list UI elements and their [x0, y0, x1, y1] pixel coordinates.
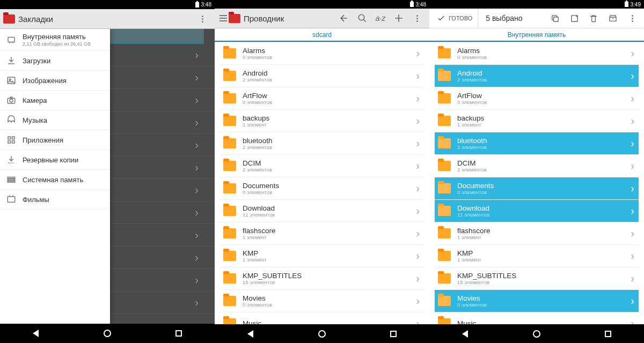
folder-name: backups [457, 114, 631, 123]
selection-toolbar: ГОТОВО 5 выбрано [429, 9, 644, 28]
music-icon [5, 114, 17, 126]
toolbar-bookmarks: Закладки [0, 9, 215, 29]
folder-row[interactable]: Music › [435, 312, 639, 324]
overflow-menu-icon[interactable] [623, 9, 642, 28]
folder-row[interactable]: KMP_SUBTITLES15 элементов › [435, 267, 639, 290]
folder-icon [223, 228, 236, 238]
folder-row[interactable]: Documents0 элементов › [435, 177, 639, 200]
storage-icon [5, 34, 17, 46]
chevron-right-icon: › [416, 317, 424, 324]
camera-icon [5, 94, 17, 106]
svg-point-4 [10, 99, 13, 102]
statusbar: 3:48 [215, 0, 429, 9]
folder-icon [223, 116, 236, 126]
app-folder-icon[interactable] [229, 14, 240, 23]
folder-row[interactable]: ArtFlow0 элементов › [435, 87, 639, 110]
sidebar-item-movies[interactable]: Фильмы [0, 190, 110, 210]
svg-rect-6 [12, 137, 15, 139]
breadcrumb-tab[interactable]: Внутренняя память [429, 28, 644, 42]
sort-icon[interactable]: a·z [371, 9, 390, 28]
folder-row[interactable]: KMP_SUBTITLES15 элементов › [220, 267, 424, 290]
add-icon[interactable] [390, 9, 408, 28]
nav-recent-icon[interactable] [602, 328, 614, 340]
app-folder-icon[interactable] [3, 14, 15, 24]
overflow-menu-icon[interactable] [193, 9, 211, 29]
folder-row[interactable]: Alarms0 элементов › [435, 42, 639, 65]
nav-recent-icon[interactable] [173, 327, 185, 339]
folder-row[interactable]: Android2 элементов › [220, 65, 424, 87]
folder-row[interactable]: DCIM2 элементов › [220, 155, 424, 177]
nav-home-icon[interactable] [101, 327, 113, 339]
folder-row[interactable]: Android2 элементов › [435, 65, 639, 87]
folder-row[interactable]: KMP1 элемент › [220, 245, 424, 267]
folder-sub: 0 элементов [243, 100, 416, 106]
breadcrumb-tab[interactable]: sdcard [215, 28, 429, 42]
folder-row[interactable]: Movies0 элементов › [435, 290, 639, 312]
sidebar-item-backup[interactable]: Резервные копии [0, 150, 110, 170]
image-icon [5, 74, 17, 86]
chevron-right-icon: › [631, 92, 639, 105]
nav-back-icon[interactable] [30, 327, 42, 339]
folder-row[interactable]: Movies0 элементов › [220, 290, 424, 312]
svg-point-13 [358, 15, 364, 21]
folder-row[interactable]: flashscore1 элемент › [435, 222, 639, 245]
archive-icon[interactable] [603, 9, 623, 28]
nav-back-icon[interactable] [245, 328, 257, 340]
status-time: 3:49 [631, 2, 641, 8]
folder-row[interactable]: bluetooth2 элементов › [220, 132, 424, 155]
sidebar-item-storage[interactable]: Внутренняя память2,11 GB свободно из 26,… [0, 29, 110, 51]
copy-icon[interactable] [545, 9, 565, 28]
folder-icon [223, 161, 236, 171]
folder-row[interactable]: DCIM2 элементов › [435, 155, 639, 177]
overflow-menu-icon[interactable] [408, 9, 426, 28]
chevron-right-icon: › [416, 137, 424, 150]
statusbar: 3:48 [0, 0, 215, 9]
sidebar-item-camera[interactable]: Камера [0, 91, 110, 110]
folder-sub: 1 элемент [243, 257, 416, 263]
folder-name: Download [457, 204, 631, 213]
sidebar-item-apps[interactable]: Приложения [0, 130, 110, 150]
svg-rect-14 [553, 17, 558, 22]
folder-row[interactable]: Download11 элементов › [220, 200, 424, 222]
folder-row[interactable]: Documents0 элементов › [220, 177, 424, 200]
folder-row[interactable]: ArtFlow0 элементов › [220, 87, 424, 110]
folder-row[interactable]: backups1 элемент › [435, 110, 639, 132]
done-button[interactable]: ГОТОВО [431, 9, 478, 28]
back-icon[interactable] [335, 9, 353, 28]
svg-point-2 [9, 79, 11, 80]
chevron-right-icon: › [416, 92, 424, 105]
folder-name: Download [243, 204, 416, 213]
search-icon[interactable] [353, 9, 371, 28]
nav-recent-icon[interactable] [387, 328, 399, 340]
chevron-right-icon: › [416, 227, 424, 240]
sidebar-item-music[interactable]: Музыка [0, 110, 110, 130]
file-list: Alarms0 элементов › Android2 элементов ›… [429, 42, 644, 324]
folder-row[interactable]: Alarms0 элементов › [220, 42, 424, 65]
chevron-right-icon: › [416, 47, 424, 59]
chevron-right-icon: › [631, 137, 639, 150]
sidebar-item-system[interactable]: Системная память [0, 170, 110, 190]
delete-icon[interactable] [584, 9, 603, 28]
folder-name: bluetooth [243, 137, 416, 145]
sidebar-item-download[interactable]: Загрузки [0, 51, 110, 71]
folder-name: Android [457, 69, 631, 78]
chevron-right-icon: › [416, 70, 424, 82]
chevron-right-icon: › [631, 182, 639, 195]
drawer-toggle-icon[interactable] [218, 9, 229, 28]
nav-home-icon[interactable] [531, 328, 543, 340]
nav-home-icon[interactable] [316, 328, 328, 340]
cut-icon[interactable] [565, 9, 584, 28]
folder-row[interactable]: flashscore1 элемент › [220, 222, 424, 245]
done-label: ГОТОВО [449, 15, 472, 21]
folder-sub: 2 элементов [243, 77, 416, 83]
sidebar-item-image[interactable]: Изображения [0, 71, 110, 91]
toolbar-explorer: Проводник a·z [215, 9, 429, 28]
folder-sub: 2 элементов [457, 145, 631, 151]
folder-row[interactable]: KMP1 элемент › [435, 245, 639, 267]
folder-row[interactable]: backups1 элемент › [220, 110, 424, 132]
sidebar-item-label: Внутренняя память [23, 33, 105, 41]
nav-back-icon[interactable] [459, 328, 471, 340]
folder-row[interactable]: bluetooth2 элементов › [435, 132, 639, 155]
folder-row[interactable]: Music › [220, 312, 424, 324]
folder-row[interactable]: Download11 элементов › [435, 200, 639, 222]
